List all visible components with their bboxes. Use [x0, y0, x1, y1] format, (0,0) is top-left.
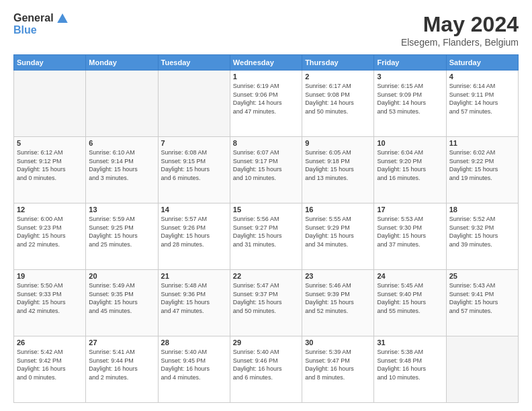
- day-info: Sunrise: 5:50 AM Sunset: 9:33 PM Dayligh…: [17, 281, 83, 315]
- day-cell: 27Sunrise: 5:41 AM Sunset: 9:44 PM Dayli…: [86, 336, 158, 403]
- day-cell: 12Sunrise: 6:00 AM Sunset: 9:23 PM Dayli…: [14, 203, 86, 270]
- day-cell: 16Sunrise: 5:55 AM Sunset: 9:29 PM Dayli…: [302, 203, 374, 270]
- col-header-friday: Friday: [374, 55, 446, 71]
- day-number: 26: [17, 338, 83, 347]
- svg-marker-0: [57, 13, 68, 23]
- day-info: Sunrise: 5:48 AM Sunset: 9:36 PM Dayligh…: [161, 281, 227, 315]
- day-number: 1: [233, 73, 299, 81]
- day-info: Sunrise: 5:49 AM Sunset: 9:35 PM Dayligh…: [89, 281, 154, 315]
- day-info: Sunrise: 5:53 AM Sunset: 9:30 PM Dayligh…: [377, 215, 443, 248]
- day-number: 11: [449, 139, 515, 147]
- title-block: May 2024 Elsegem, Flanders, Belgium: [401, 12, 519, 48]
- day-number: 18: [449, 205, 515, 214]
- day-info: Sunrise: 6:19 AM Sunset: 9:06 PM Dayligh…: [233, 82, 299, 116]
- day-cell: 18Sunrise: 5:52 AM Sunset: 9:32 PM Dayli…: [446, 203, 518, 270]
- week-row-4: 19Sunrise: 5:50 AM Sunset: 9:33 PM Dayli…: [14, 270, 519, 336]
- day-info: Sunrise: 5:40 AM Sunset: 9:45 PM Dayligh…: [161, 348, 227, 381]
- day-cell: 14Sunrise: 5:57 AM Sunset: 9:26 PM Dayli…: [158, 203, 230, 270]
- day-number: 5: [17, 139, 83, 147]
- day-number: 28: [161, 338, 227, 347]
- day-info: Sunrise: 5:52 AM Sunset: 9:32 PM Dayligh…: [449, 215, 515, 248]
- day-number: 12: [17, 205, 83, 214]
- day-info: Sunrise: 6:12 AM Sunset: 9:12 PM Dayligh…: [17, 148, 83, 182]
- day-number: 9: [305, 139, 371, 147]
- day-info: Sunrise: 6:07 AM Sunset: 9:17 PM Dayligh…: [233, 148, 299, 182]
- week-row-1: 1Sunrise: 6:19 AM Sunset: 9:06 PM Daylig…: [14, 71, 519, 137]
- day-cell: 31Sunrise: 5:38 AM Sunset: 9:48 PM Dayli…: [374, 336, 446, 403]
- day-info: Sunrise: 5:39 AM Sunset: 9:47 PM Dayligh…: [305, 348, 371, 381]
- header: General Blue May 2024 Elsegem, Flanders,…: [13, 12, 519, 48]
- day-cell: 2Sunrise: 6:17 AM Sunset: 9:08 PM Daylig…: [302, 71, 374, 137]
- day-info: Sunrise: 5:59 AM Sunset: 9:25 PM Dayligh…: [89, 215, 154, 248]
- day-info: Sunrise: 6:17 AM Sunset: 9:08 PM Dayligh…: [305, 82, 371, 116]
- day-number: 10: [377, 139, 443, 147]
- day-cell: 8Sunrise: 6:07 AM Sunset: 9:17 PM Daylig…: [230, 137, 302, 203]
- col-header-sunday: Sunday: [14, 55, 86, 71]
- day-info: Sunrise: 6:10 AM Sunset: 9:14 PM Dayligh…: [89, 148, 154, 182]
- day-number: 31: [377, 338, 443, 347]
- day-cell: 11Sunrise: 6:02 AM Sunset: 9:22 PM Dayli…: [446, 137, 518, 203]
- day-cell: 26Sunrise: 5:42 AM Sunset: 9:42 PM Dayli…: [14, 336, 86, 403]
- day-info: Sunrise: 5:38 AM Sunset: 9:48 PM Dayligh…: [377, 348, 443, 381]
- day-number: 21: [161, 272, 227, 280]
- day-cell: 30Sunrise: 5:39 AM Sunset: 9:47 PM Dayli…: [302, 336, 374, 403]
- day-info: Sunrise: 5:40 AM Sunset: 9:46 PM Dayligh…: [233, 348, 299, 381]
- col-header-tuesday: Tuesday: [158, 55, 230, 71]
- day-cell: [14, 71, 86, 137]
- day-info: Sunrise: 6:15 AM Sunset: 9:09 PM Dayligh…: [377, 82, 443, 116]
- day-number: 27: [89, 338, 154, 347]
- logo: General Blue: [13, 12, 68, 36]
- day-info: Sunrise: 5:55 AM Sunset: 9:29 PM Dayligh…: [305, 215, 371, 248]
- col-header-saturday: Saturday: [446, 55, 518, 71]
- day-cell: 24Sunrise: 5:45 AM Sunset: 9:40 PM Dayli…: [374, 270, 446, 336]
- calendar-title: May 2024: [401, 12, 519, 37]
- day-info: Sunrise: 5:56 AM Sunset: 9:27 PM Dayligh…: [233, 215, 299, 248]
- day-number: 14: [161, 205, 227, 214]
- day-info: Sunrise: 5:57 AM Sunset: 9:26 PM Dayligh…: [161, 215, 227, 248]
- day-number: 30: [305, 338, 371, 347]
- day-info: Sunrise: 6:02 AM Sunset: 9:22 PM Dayligh…: [449, 148, 515, 182]
- day-cell: 15Sunrise: 5:56 AM Sunset: 9:27 PM Dayli…: [230, 203, 302, 270]
- day-number: 29: [233, 338, 299, 347]
- day-number: 16: [305, 205, 371, 214]
- day-number: 6: [89, 139, 154, 147]
- day-cell: 4Sunrise: 6:14 AM Sunset: 9:11 PM Daylig…: [446, 71, 518, 137]
- day-info: Sunrise: 5:42 AM Sunset: 9:42 PM Dayligh…: [17, 348, 83, 381]
- calendar-subtitle: Elsegem, Flanders, Belgium: [401, 37, 519, 48]
- day-cell: [86, 71, 158, 137]
- day-number: 17: [377, 205, 443, 214]
- day-number: 13: [89, 205, 154, 214]
- page: General Blue May 2024 Elsegem, Flanders,…: [0, 0, 532, 411]
- week-row-3: 12Sunrise: 6:00 AM Sunset: 9:23 PM Dayli…: [14, 203, 519, 270]
- day-cell: 6Sunrise: 6:10 AM Sunset: 9:14 PM Daylig…: [86, 137, 158, 203]
- day-number: 8: [233, 139, 299, 147]
- day-cell: 28Sunrise: 5:40 AM Sunset: 9:45 PM Dayli…: [158, 336, 230, 403]
- week-row-5: 26Sunrise: 5:42 AM Sunset: 9:42 PM Dayli…: [14, 336, 519, 403]
- day-number: 19: [17, 272, 83, 280]
- day-cell: 25Sunrise: 5:43 AM Sunset: 9:41 PM Dayli…: [446, 270, 518, 336]
- day-cell: 13Sunrise: 5:59 AM Sunset: 9:25 PM Dayli…: [86, 203, 158, 270]
- col-header-wednesday: Wednesday: [230, 55, 302, 71]
- day-info: Sunrise: 5:45 AM Sunset: 9:40 PM Dayligh…: [377, 281, 443, 315]
- logo-blue: Blue: [13, 24, 68, 36]
- day-number: 25: [449, 272, 515, 280]
- day-info: Sunrise: 5:47 AM Sunset: 9:37 PM Dayligh…: [233, 281, 299, 315]
- day-info: Sunrise: 5:43 AM Sunset: 9:41 PM Dayligh…: [449, 281, 515, 315]
- day-info: Sunrise: 6:14 AM Sunset: 9:11 PM Dayligh…: [449, 82, 515, 116]
- day-number: 22: [233, 272, 299, 280]
- day-info: Sunrise: 5:46 AM Sunset: 9:39 PM Dayligh…: [305, 281, 371, 315]
- day-info: Sunrise: 6:04 AM Sunset: 9:20 PM Dayligh…: [377, 148, 443, 182]
- day-cell: 9Sunrise: 6:05 AM Sunset: 9:18 PM Daylig…: [302, 137, 374, 203]
- day-info: Sunrise: 5:41 AM Sunset: 9:44 PM Dayligh…: [89, 348, 154, 381]
- day-info: Sunrise: 6:05 AM Sunset: 9:18 PM Dayligh…: [305, 148, 371, 182]
- day-cell: 7Sunrise: 6:08 AM Sunset: 9:15 PM Daylig…: [158, 137, 230, 203]
- day-number: 20: [89, 272, 154, 280]
- calendar-table: SundayMondayTuesdayWednesdayThursdayFrid…: [13, 54, 519, 403]
- day-number: 23: [305, 272, 371, 280]
- day-number: 24: [377, 272, 443, 280]
- day-cell: 10Sunrise: 6:04 AM Sunset: 9:20 PM Dayli…: [374, 137, 446, 203]
- day-info: Sunrise: 6:08 AM Sunset: 9:15 PM Dayligh…: [161, 148, 227, 182]
- day-cell: 22Sunrise: 5:47 AM Sunset: 9:37 PM Dayli…: [230, 270, 302, 336]
- day-cell: 5Sunrise: 6:12 AM Sunset: 9:12 PM Daylig…: [14, 137, 86, 203]
- col-header-monday: Monday: [86, 55, 158, 71]
